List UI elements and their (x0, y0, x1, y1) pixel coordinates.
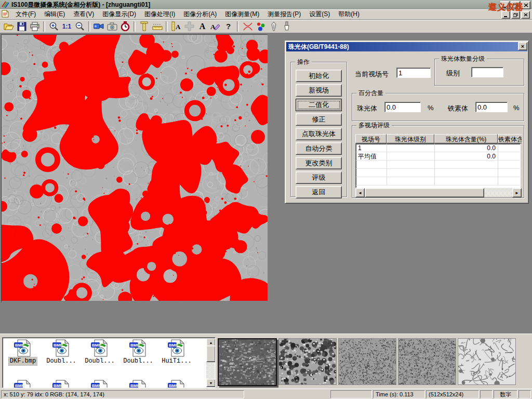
pearlite-dialog: 珠光体(GB/T9441-88) × 操作 初始化 新视场 二值化 修正 点取珠… (285, 41, 529, 204)
col-ferrite-content: 铁素体含量(%) (498, 134, 522, 143)
file-item[interactable]: BMP (4, 379, 42, 388)
title-bar: IS100显微摄像系统(金相分析版) - [zhuguangti01] (0, 0, 532, 9)
file-item[interactable]: BMP (42, 379, 81, 388)
pearlite-input[interactable]: 0.0 (384, 102, 421, 112)
thumbnail[interactable] (458, 338, 516, 385)
caliper-icon[interactable] (138, 20, 151, 32)
save-icon[interactable] (15, 20, 28, 32)
grading-table-body[interactable]: 1 0.0 平均值 0.0 (355, 143, 521, 188)
file-vscrollbar[interactable]: ▲ ▼ (206, 338, 215, 387)
vscroll-thumb[interactable] (206, 345, 216, 362)
auto-classify-button[interactable]: 自动分类 (296, 142, 342, 155)
thumbnail-image[interactable] (279, 339, 336, 384)
pan-icon[interactable] (183, 20, 196, 32)
specimen-image[interactable] (2, 35, 268, 301)
annotate-icon[interactable]: A (209, 20, 222, 32)
file-item[interactable]: BMP (81, 379, 119, 388)
open-file-icon[interactable] (2, 20, 15, 32)
status-bar: x: 510 y: 79 idx: 0 RGB: (174, 174, 174)… (0, 389, 532, 399)
file-item[interactable]: BMP HuiTi... (157, 339, 196, 365)
mdi-minimize-button[interactable] (501, 11, 510, 19)
file-item[interactable]: BMP Doubl... (119, 339, 157, 365)
file-item[interactable]: BMP DKF.bmp (4, 339, 42, 365)
menu-view[interactable]: 查看(V) (69, 9, 98, 20)
zoom-out-icon[interactable] (73, 20, 86, 32)
cell (387, 144, 435, 152)
text-icon[interactable]: A (196, 20, 209, 32)
scroll-left-icon[interactable]: ◄ (355, 188, 365, 197)
hscroll-thumb[interactable] (365, 188, 484, 197)
correct-button[interactable]: 修正 (296, 113, 342, 126)
close-button[interactable] (521, 1, 530, 9)
file-name[interactable]: DKF.bmp (9, 357, 37, 365)
capture-camera-icon[interactable] (105, 20, 118, 32)
actual-size-icon[interactable]: 1:1 (60, 20, 73, 32)
file-item[interactable]: BMP (157, 379, 196, 388)
menu-report[interactable]: 测量报告(P) (263, 9, 305, 20)
svg-text:BMP: BMP (54, 343, 63, 348)
table-hscrollbar[interactable]: ◄ ► (355, 188, 522, 196)
restore-button[interactable] (511, 1, 520, 9)
svg-text:BMP: BMP (92, 383, 101, 388)
menu-image-measure[interactable]: 图像测量(M) (221, 9, 263, 20)
thumbnail[interactable] (338, 338, 396, 385)
thumbnail-image[interactable] (458, 339, 515, 384)
dialog-close-icon[interactable]: × (518, 42, 527, 50)
measure-text-icon[interactable]: A (170, 20, 183, 32)
menu-image-analysis[interactable]: 图像分析(A) (179, 9, 221, 20)
thumbnail-image[interactable] (219, 339, 276, 385)
current-field-input[interactable]: 1 (396, 68, 431, 78)
help-icon[interactable]: ? (222, 20, 235, 32)
file-name[interactable]: Doubl... (84, 357, 116, 365)
curve-edit-icon[interactable] (241, 20, 254, 32)
file-name[interactable]: HuiTi... (161, 357, 193, 365)
file-item[interactable]: BMP (119, 379, 157, 388)
thumbnail[interactable] (398, 338, 456, 385)
file-item[interactable]: BMP Doubl... (42, 339, 81, 365)
menu-image-display[interactable]: 图像显示(D) (98, 9, 140, 20)
dialog-title-bar[interactable]: 珠光体(GB/T9441-88) (286, 42, 527, 51)
hscroll-track[interactable] (365, 188, 512, 196)
thumbnail[interactable] (278, 338, 337, 385)
menu-edit[interactable]: 编辑(E) (40, 9, 69, 20)
binarize-button[interactable]: 二值化 (296, 99, 342, 111)
pen-icon[interactable] (267, 20, 280, 32)
menu-file[interactable]: 文件(F) (11, 9, 40, 20)
color-classify-icon[interactable] (254, 20, 267, 32)
file-name[interactable]: Doubl... (122, 357, 154, 365)
menu-image-processing[interactable]: 图像处理(I) (140, 9, 179, 20)
menu-help[interactable]: 帮助(H) (334, 9, 364, 20)
grade-button[interactable]: 评级 (296, 171, 342, 184)
level-input[interactable] (471, 67, 503, 77)
file-item[interactable]: BMP Doubl... (81, 339, 119, 365)
video-camera-icon[interactable] (92, 20, 105, 32)
status-dimensions: (512x512x24) (426, 390, 479, 398)
init-button[interactable]: 初始化 (296, 70, 342, 82)
mdi-restore-button[interactable] (511, 11, 520, 19)
status-empty-1 (330, 390, 372, 398)
bmp-file-icon: BMP (52, 379, 70, 388)
scroll-right-icon[interactable]: ► (512, 188, 522, 197)
thumbnail-selected[interactable] (218, 338, 277, 386)
ruler-icon[interactable] (151, 20, 164, 32)
new-field-button[interactable]: 新视场 (296, 84, 342, 97)
thumbnail-image[interactable] (398, 339, 456, 384)
file-name[interactable]: Doubl... (45, 357, 77, 365)
minimize-button[interactable] (500, 1, 510, 9)
operation-group: 操作 初始化 新视场 二值化 修正 点取珠光体 自动分类 更改类别 评级 返回 (290, 62, 347, 197)
multi-field-group: 多视场评级 视场号 珠光体级别 珠光体含量(%) 铁素体含量(%) 1 0.0 (352, 125, 524, 198)
ferrite-input[interactable]: 0.0 (475, 102, 508, 112)
mdi-close-button[interactable] (521, 11, 530, 19)
timer-icon[interactable] (118, 20, 131, 32)
scroll-down-icon[interactable]: ▼ (206, 379, 216, 387)
pick-pearlite-button[interactable]: 点取珠光体 (296, 128, 342, 140)
print-icon[interactable] (28, 20, 41, 32)
brush-icon[interactable] (280, 20, 293, 32)
table-row (356, 161, 520, 169)
return-button[interactable]: 返回 (296, 186, 342, 198)
zoom-in-icon[interactable] (47, 20, 60, 32)
cell: 0.0 (435, 152, 498, 161)
menu-settings[interactable]: 设置(S) (305, 9, 334, 20)
thumbnail-image[interactable] (339, 339, 396, 384)
change-class-button[interactable]: 更改类别 (296, 157, 342, 169)
